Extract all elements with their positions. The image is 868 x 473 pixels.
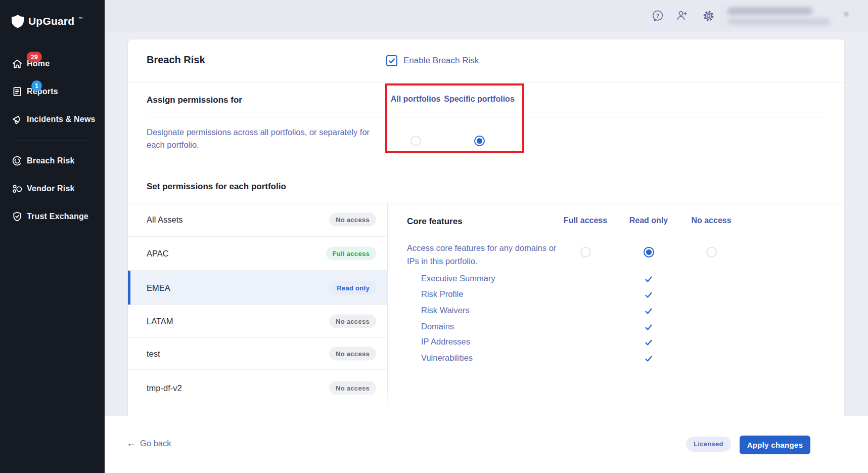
brand-name: UpGuard <box>28 15 74 27</box>
sidebar-item-incidents-news[interactable]: Incidents & News <box>0 108 105 131</box>
home-icon: 29 <box>11 58 23 70</box>
footer-bar: ← Go back Licensed Apply changes <box>105 416 868 473</box>
set-permissions-title: Set permissions for each portfolio <box>147 182 286 192</box>
portfolio-row-tmp-df-v2[interactable]: tmp-df-v2 No access <box>128 370 387 406</box>
feature-ip-addresses: IP Addresses <box>421 337 470 347</box>
radio-specific-portfolios[interactable] <box>474 136 485 146</box>
reports-notification-badge: 1 <box>31 80 42 91</box>
vendor-risk-icon <box>11 183 23 195</box>
portfolio-name: EMEA <box>147 283 170 292</box>
portfolio-row-test[interactable]: test No access <box>128 338 387 370</box>
selected-row-indicator <box>128 271 130 305</box>
check-icon <box>644 275 653 284</box>
topbar: ? ▼ <box>0 0 868 32</box>
page-title: Breach Risk <box>147 54 205 66</box>
sidebar-item-label: Trust Exchange <box>27 212 88 221</box>
divider <box>128 82 844 82</box>
portfolio-row-all-assets[interactable]: All Assets No access <box>128 203 387 237</box>
brand-logo[interactable]: UpGuard ™ <box>11 14 82 28</box>
portfolio-name: All Assets <box>147 215 183 225</box>
assign-permissions-label: Assign permissions for <box>147 95 242 105</box>
core-features-description: Access core features for any domains or … <box>407 241 565 268</box>
feature-vulnerabilities: Vulnerabilities <box>421 353 473 363</box>
radio-core-full-access[interactable] <box>580 247 591 257</box>
upguard-shield-icon <box>11 14 24 28</box>
portfolio-name: tmp-df-v2 <box>147 383 182 393</box>
radio-core-no-access[interactable] <box>706 247 717 257</box>
check-icon <box>644 338 653 347</box>
sidebar-item-breach-risk[interactable]: Breach Risk <box>0 150 105 172</box>
topbar-divider <box>721 5 721 27</box>
sidebar-item-label: Vendor Risk <box>27 184 75 193</box>
sidebar-item-label: Incidents & News <box>27 115 96 124</box>
user-menu[interactable] <box>726 4 840 28</box>
assign-permissions-description: Designate permissions across all portfol… <box>147 126 389 151</box>
column-header-read-only: Read only <box>629 216 668 225</box>
gear-icon[interactable] <box>701 8 716 23</box>
radio-all-portfolios[interactable] <box>410 136 421 146</box>
radio-core-read-only[interactable] <box>644 247 654 257</box>
feature-domains: Domains <box>421 322 454 331</box>
check-icon <box>644 354 653 363</box>
check-icon <box>644 323 653 332</box>
feature-risk-profile: Risk Profile <box>421 289 463 299</box>
portfolio-row-emea[interactable]: EMEA Read only <box>128 271 387 305</box>
megaphone-icon <box>11 113 23 125</box>
sidebar-item-trust-exchange[interactable]: Trust Exchange <box>0 205 105 228</box>
sidebar-item-label: Reports <box>27 87 58 96</box>
chevron-down-icon[interactable]: ▼ <box>842 10 850 19</box>
home-notification-badge: 29 <box>27 52 42 62</box>
core-features-title: Core features <box>407 217 463 227</box>
checkbox-checked-icon[interactable] <box>386 55 397 66</box>
access-badge: No access <box>329 347 376 361</box>
sidebar-divider <box>14 141 90 141</box>
portfolio-name: test <box>147 349 160 359</box>
sidebar-item-home[interactable]: 29 Home <box>0 53 105 75</box>
access-badge: No access <box>329 381 376 395</box>
check-icon <box>644 307 653 316</box>
svg-text:?: ? <box>656 13 660 19</box>
sidebar-item-reports[interactable]: 1 Reports <box>0 80 105 103</box>
column-header-no-access: No access <box>691 216 731 225</box>
portfolio-row-latam[interactable]: LATAM No access <box>128 305 387 338</box>
column-header-full-access: Full access <box>564 216 607 225</box>
portfolio-row-apac[interactable]: APAC Full access <box>128 237 387 271</box>
sidebar-item-label: Breach Risk <box>27 156 75 165</box>
feature-executive-summary: Executive Summary <box>421 274 495 283</box>
go-back-link[interactable]: ← Go back <box>126 438 171 449</box>
licensed-badge: Licensed <box>686 437 731 452</box>
sidebar-item-vendor-risk[interactable]: Vendor Risk <box>0 178 105 200</box>
back-arrow-icon: ← <box>126 438 135 449</box>
access-badge: No access <box>329 315 376 328</box>
portfolio-name: APAC <box>147 249 169 259</box>
redacted-user-org <box>727 19 830 25</box>
go-back-label: Go back <box>140 439 171 448</box>
brand-trademark: ™ <box>78 16 82 21</box>
tab-all-portfolios[interactable]: All portfolios <box>391 95 441 104</box>
reports-icon: 1 <box>11 85 23 98</box>
sidebar: UpGuard ™ 29 Home 1 Reports Incidents & … <box>0 0 105 473</box>
check-icon <box>644 290 653 299</box>
shield-check-icon <box>11 210 23 223</box>
user-plus-icon[interactable] <box>674 8 690 23</box>
portfolio-name: LATAM <box>147 317 173 326</box>
portfolio-list: All Assets No access APAC Full access EM… <box>128 203 387 406</box>
help-icon[interactable]: ? <box>650 8 665 23</box>
permissions-card: Breach Risk Enable Breach Risk Assign pe… <box>128 39 844 416</box>
access-badge: Full access <box>326 247 376 261</box>
breach-risk-icon <box>11 155 23 167</box>
access-badge: No access <box>329 213 376 227</box>
apply-changes-button[interactable]: Apply changes <box>740 436 810 454</box>
access-badge: Read only <box>330 281 376 294</box>
feature-risk-waivers: Risk Waivers <box>421 306 470 315</box>
redacted-user-name <box>727 8 812 15</box>
divider <box>147 117 826 117</box>
panel-divider <box>387 203 388 416</box>
tab-specific-portfolios[interactable]: Specific portfolios <box>444 95 515 104</box>
enable-breach-risk-toggle[interactable]: Enable Breach Risk <box>386 55 479 66</box>
enable-breach-risk-label: Enable Breach Risk <box>403 56 479 66</box>
